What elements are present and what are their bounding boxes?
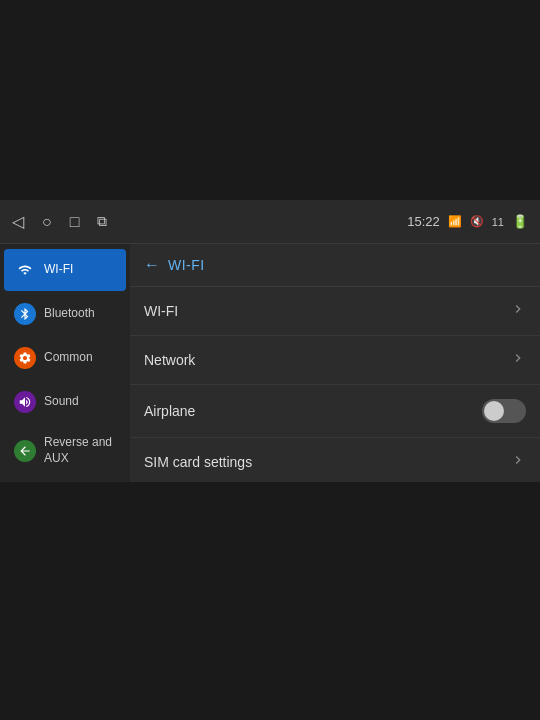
toggle-airplane[interactable] [482, 399, 526, 423]
home-nav-icon[interactable]: ○ [42, 213, 52, 231]
detail-header: ← WI-FI [130, 244, 540, 287]
back-nav-icon[interactable]: ◁ [12, 212, 24, 231]
nav-right: 15:22 📶 🔇 11 🔋 [407, 214, 528, 229]
nav-bar: ◁ ○ □ ⧉ 15:22 📶 🔇 11 🔋 [0, 200, 540, 244]
sidebar-item-bluetooth[interactable]: Bluetooth [4, 293, 126, 335]
sidebar-item-sound[interactable]: Sound [4, 381, 126, 423]
detail-item-network[interactable]: Network [130, 336, 540, 385]
sidebar-label-reverse: Reverse and AUX [44, 435, 116, 466]
detail-item-airplane[interactable]: Airplane [130, 385, 540, 438]
recents-nav-icon[interactable]: □ [70, 213, 80, 231]
status-time: 15:22 [407, 214, 440, 229]
bottom-dead-area [0, 482, 540, 720]
chevron-icon-network [510, 350, 526, 370]
screen-wrapper: ◁ ○ □ ⧉ 15:22 📶 🔇 11 🔋 WI-FIBluetoothCom… [0, 0, 540, 720]
sidebar-item-wifi[interactable]: WI-FI [4, 249, 126, 291]
detail-item-sim[interactable]: SIM card settings [130, 438, 540, 482]
signal-icon: 📶 [448, 215, 462, 228]
sidebar-label-wifi: WI-FI [44, 262, 73, 278]
sidebar-label-sound: Sound [44, 394, 79, 410]
main-content: WI-FIBluetoothCommonSoundReverse and AUX… [0, 244, 540, 482]
chevron-icon-sim [510, 452, 526, 472]
sidebar-item-reverse[interactable]: Reverse and AUX [4, 425, 126, 476]
detail-item-label-sim: SIM card settings [144, 454, 252, 470]
detail-title: WI-FI [168, 257, 205, 273]
sidebar-icon-wifi [14, 259, 36, 281]
detail-list: WI-FINetworkAirplaneSIM card settingsHot… [130, 287, 540, 482]
split-nav-icon[interactable]: ⧉ [97, 213, 107, 230]
detail-back-arrow[interactable]: ← [144, 256, 160, 274]
top-dead-area [0, 0, 540, 200]
detail-item-label-wifi: WI-FI [144, 303, 178, 319]
sidebar-icon-bluetooth [14, 303, 36, 325]
volume-icon: 🔇 [470, 215, 484, 228]
sidebar-icon-common [14, 347, 36, 369]
detail-item-label-network: Network [144, 352, 195, 368]
sidebar: WI-FIBluetoothCommonSoundReverse and AUX… [0, 244, 130, 482]
battery-icon: 🔋 [512, 214, 528, 229]
chevron-icon-wifi [510, 301, 526, 321]
battery-level: 11 [492, 216, 504, 228]
sidebar-label-common: Common [44, 350, 93, 366]
detail-item-wifi[interactable]: WI-FI [130, 287, 540, 336]
detail-item-label-airplane: Airplane [144, 403, 195, 419]
sidebar-item-common[interactable]: Common [4, 337, 126, 379]
toggle-knob-airplane [484, 401, 504, 421]
sidebar-icon-sound [14, 391, 36, 413]
sidebar-label-bluetooth: Bluetooth [44, 306, 95, 322]
detail-panel: ← WI-FI WI-FINetworkAirplaneSIM card set… [130, 244, 540, 482]
sidebar-icon-reverse [14, 440, 36, 462]
nav-left: ◁ ○ □ ⧉ [12, 212, 107, 231]
